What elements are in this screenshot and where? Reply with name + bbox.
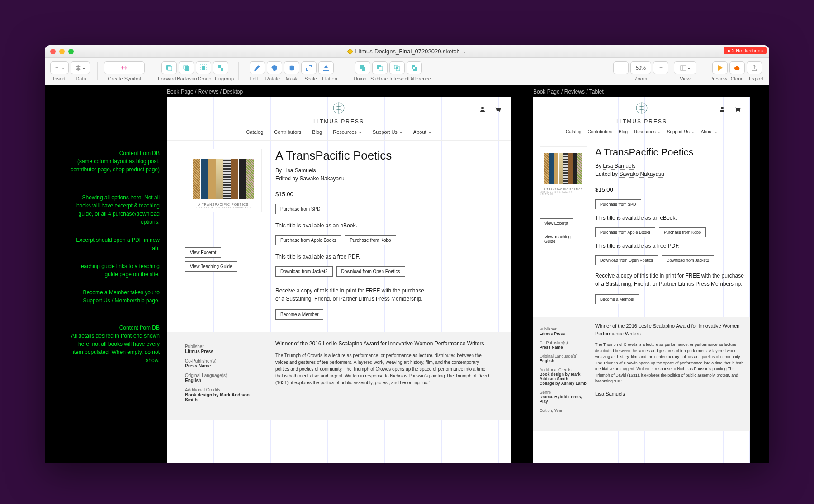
award-text: Winner of the 2016 Leslie Scalapino Awar… <box>595 322 744 337</box>
ungroup-icon <box>217 64 224 71</box>
backward-button[interactable] <box>179 61 194 74</box>
nav-about[interactable]: About⌄ <box>413 129 431 135</box>
ungroup-button[interactable] <box>213 61 228 74</box>
canvas[interactable]: Content from DB (same column layout as b… <box>45 85 769 463</box>
pdf-text: This title is available as a free PDF. <box>275 254 492 260</box>
mask-button[interactable] <box>284 61 299 74</box>
close-window-button[interactable] <box>50 49 56 54</box>
group-icon <box>200 64 207 71</box>
zoom-window-button[interactable] <box>68 49 74 54</box>
nav-catalog[interactable]: Catalog <box>566 129 581 134</box>
create-symbol-button[interactable] <box>104 61 145 74</box>
become-member-button[interactable]: Become a Member <box>275 309 323 320</box>
cloud-button[interactable] <box>729 61 745 74</box>
view-icon <box>680 64 687 71</box>
view-teaching-button[interactable]: View Teaching Guide <box>540 232 587 246</box>
site-nav: Catalog Contributors Blog Resources⌄ Sup… <box>533 126 750 140</box>
account-icon[interactable] <box>479 106 486 113</box>
artboard-desktop[interactable]: LITMUS PRESS Catalog Contributors Blog R… <box>167 97 511 463</box>
export-button[interactable] <box>747 61 762 74</box>
view-excerpt-button[interactable]: View Excerpt <box>185 247 221 258</box>
union-button[interactable] <box>355 61 370 74</box>
view-button[interactable]: ⌄ <box>674 61 696 74</box>
scale-button[interactable] <box>301 61 317 74</box>
site-nav: Catalog Contributors Blog Resources⌄ Sup… <box>167 126 511 141</box>
become-member-button[interactable]: Become a Member <box>595 294 639 304</box>
logo-mark-icon <box>332 101 345 115</box>
cart-icon[interactable] <box>494 106 502 113</box>
view-teaching-button[interactable]: View Teaching Guide <box>185 261 237 272</box>
account-icon[interactable] <box>719 106 726 113</box>
edit-icon <box>254 64 261 71</box>
logo[interactable]: LITMUS PRESS <box>313 101 364 125</box>
scale-icon <box>305 64 312 71</box>
forward-button[interactable] <box>161 61 177 74</box>
byline-editor: Edited by Sawako Nakayasu <box>595 171 744 177</box>
intersect-button[interactable] <box>389 61 405 74</box>
view-excerpt-button[interactable]: View Excerpt <box>540 218 573 228</box>
difference-icon <box>411 64 418 71</box>
download-openpoetics-button[interactable]: Download from Open Poetics <box>336 266 405 277</box>
svg-rect-13 <box>396 67 398 69</box>
download-openpoetics-button[interactable]: Download from Open Poetics <box>595 255 658 265</box>
zoom-out-button[interactable]: − <box>613 61 629 74</box>
toolbar: ＋ ⌄ ⌄ InsertData Create Symbol For <box>45 58 769 85</box>
svg-rect-5 <box>202 66 205 70</box>
app-window: Litmus-Designs_Final_07292020.sketch ⌄ ●… <box>45 45 769 463</box>
purchase-apple-button[interactable]: Purchase from Apple Books <box>275 235 341 245</box>
byline-author: By Lisa Samuels <box>275 167 492 174</box>
purchase-spd-button[interactable]: Purchase from SPD <box>595 199 641 209</box>
ebook-text: This title is available as an eBook. <box>595 215 744 221</box>
details-section: Publisher Litmus Press Co-Publisher(s) P… <box>167 332 511 420</box>
rotate-button[interactable] <box>267 61 282 74</box>
flatten-button[interactable] <box>318 61 334 74</box>
nav-support[interactable]: Support Us⌄ <box>373 129 402 135</box>
difference-button[interactable] <box>407 61 422 74</box>
insert-button[interactable]: ＋ ⌄ <box>50 61 69 74</box>
nav-about[interactable]: About⌄ <box>701 129 718 134</box>
minimize-window-button[interactable] <box>59 49 65 54</box>
group-button[interactable] <box>196 61 211 74</box>
svg-rect-9 <box>290 66 294 70</box>
purchase-spd-button[interactable]: Purchase from SPD <box>275 204 325 214</box>
cart-icon[interactable] <box>734 106 741 113</box>
download-jacket2-button[interactable]: Download from Jacket2 <box>275 266 333 277</box>
zoom-in-button[interactable]: ＋ <box>653 61 668 74</box>
data-button[interactable]: ⌄ <box>71 61 90 74</box>
notifications-badge[interactable]: ● 2 Notifications <box>724 47 767 54</box>
purchase-apple-button[interactable]: Purchase from Apple Books <box>595 227 655 237</box>
flatten-icon <box>322 64 330 71</box>
subtract-button[interactable] <box>372 61 388 74</box>
book-title: A TransPacific Poetics <box>595 146 744 158</box>
artboard-label-desktop[interactable]: Book Page / Reviews / Desktop <box>167 89 243 95</box>
artboard-tablet[interactable]: LITMUS PRESS Catalog Contributors Blog R… <box>533 97 750 463</box>
create-symbol-icon <box>121 64 128 71</box>
svg-rect-1 <box>168 66 172 71</box>
purchase-kobo-button[interactable]: Purchase from Kobo <box>659 227 706 237</box>
edit-button[interactable] <box>250 61 265 74</box>
nav-blog[interactable]: Blog <box>619 129 628 134</box>
nav-catalog[interactable]: Catalog <box>246 129 263 135</box>
play-icon <box>716 64 724 71</box>
nav-resources[interactable]: Resources⌄ <box>634 129 661 134</box>
logo[interactable]: LITMUS PRESS <box>616 101 667 125</box>
nav-contributors[interactable]: Contributors <box>274 129 301 135</box>
award-text: Winner of the 2016 Leslie Scalapino Awar… <box>275 339 492 348</box>
book-title: A TransPacific Poetics <box>275 149 492 163</box>
backward-icon <box>183 64 190 71</box>
nav-resources[interactable]: Resources⌄ <box>333 129 362 135</box>
body-text: The Triumph of Crowds is a lecture as pe… <box>275 352 492 386</box>
download-jacket2-button[interactable]: Download from Jacket2 <box>662 255 714 265</box>
preview-button[interactable] <box>712 61 728 74</box>
nav-support[interactable]: Support Us⌄ <box>667 129 695 134</box>
artboard-label-tablet[interactable]: Book Page / Reviews / Tablet <box>533 89 604 95</box>
zoom-value[interactable]: 50% <box>630 61 651 74</box>
purchase-kobo-button[interactable]: Purchase from Kobo <box>345 235 396 245</box>
design-annotations: Content from DB (same column layout as b… <box>45 97 167 374</box>
nav-contributors[interactable]: Contributors <box>588 129 612 134</box>
price: $15.00 <box>275 191 492 198</box>
site-header: LITMUS PRESS <box>167 97 511 126</box>
rotate-icon <box>271 64 278 71</box>
nav-blog[interactable]: Blog <box>312 129 322 135</box>
member-text: Receive a copy of this title in print fo… <box>275 287 429 303</box>
